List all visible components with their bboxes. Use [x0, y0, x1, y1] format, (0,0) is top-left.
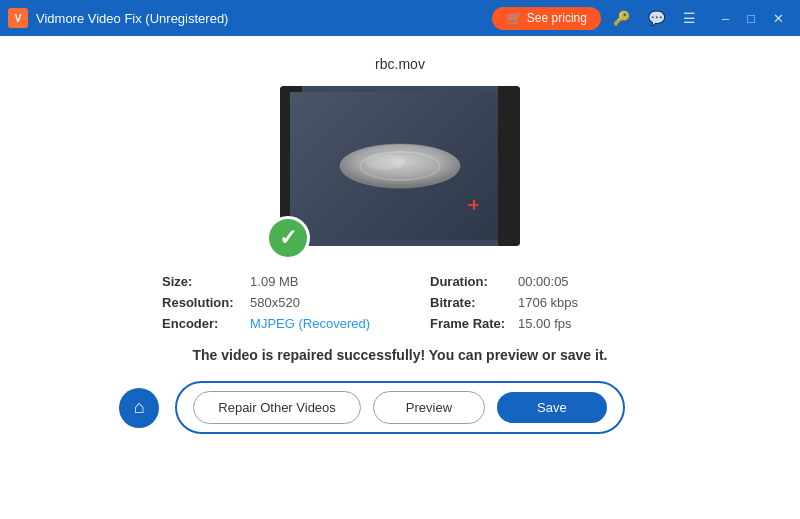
home-icon: ⌂ [134, 397, 145, 418]
chat-icon-button[interactable]: 💬 [642, 8, 671, 28]
file-name: rbc.mov [375, 56, 425, 72]
video-info-table: Size: 1.09 MB Duration: 00:00:05 Resolut… [162, 274, 638, 331]
main-content: rbc.mov ✓ [0, 36, 800, 519]
video-inner [290, 92, 510, 240]
video-thumbnail [335, 140, 465, 192]
svg-point-3 [365, 154, 405, 170]
resolution-label: Resolution: [162, 295, 242, 310]
menu-icon-button[interactable]: ☰ [677, 8, 702, 28]
video-right-panel [498, 86, 520, 246]
title-right: 🛒 See pricing 🔑 💬 ☰ – □ ✕ [492, 7, 792, 30]
action-container: ⌂ Repair Other Videos Preview Save [175, 381, 624, 434]
encoder-row: Encoder: MJPEG (Recovered) [162, 316, 370, 331]
action-area: Repair Other Videos Preview Save [175, 381, 624, 434]
bitrate-row: Bitrate: 1706 kbps [430, 295, 638, 310]
app-logo: V [8, 8, 28, 28]
window-controls: – □ ✕ [714, 10, 792, 27]
bitrate-label: Bitrate: [430, 295, 510, 310]
size-row: Size: 1.09 MB [162, 274, 370, 289]
check-icon: ✓ [279, 227, 297, 249]
save-button[interactable]: Save [497, 392, 607, 423]
resolution-value: 580x520 [250, 295, 300, 310]
size-value: 1.09 MB [250, 274, 298, 289]
duration-value: 00:00:05 [518, 274, 569, 289]
duration-label: Duration: [430, 274, 510, 289]
duration-row: Duration: 00:00:05 [430, 274, 638, 289]
cart-icon: 🛒 [506, 11, 522, 26]
key-icon-button[interactable]: 🔑 [607, 8, 636, 28]
see-pricing-button[interactable]: 🛒 See pricing [492, 7, 601, 30]
framerate-row: Frame Rate: 15.00 fps [430, 316, 638, 331]
encoder-label: Encoder: [162, 316, 242, 331]
resolution-row: Resolution: 580x520 [162, 295, 370, 310]
preview-button[interactable]: Preview [373, 391, 485, 424]
success-message: The video is repaired successfully! You … [193, 347, 608, 363]
success-badge: ✓ [266, 216, 310, 260]
maximize-button[interactable]: □ [739, 10, 763, 27]
framerate-value: 15.00 fps [518, 316, 572, 331]
framerate-label: Frame Rate: [430, 316, 510, 331]
size-label: Size: [162, 274, 242, 289]
title-left: V Vidmore Video Fix (Unregistered) [8, 8, 228, 28]
minimize-button[interactable]: – [714, 10, 737, 27]
title-bar: V Vidmore Video Fix (Unregistered) 🛒 See… [0, 0, 800, 36]
bitrate-value: 1706 kbps [518, 295, 578, 310]
cursor-indicator [468, 200, 480, 212]
encoder-value: MJPEG (Recovered) [250, 316, 370, 331]
repair-other-videos-button[interactable]: Repair Other Videos [193, 391, 361, 424]
video-preview: ✓ [280, 86, 520, 246]
home-button[interactable]: ⌂ [119, 388, 159, 428]
close-button[interactable]: ✕ [765, 10, 792, 27]
title-text: Vidmore Video Fix (Unregistered) [36, 11, 228, 26]
